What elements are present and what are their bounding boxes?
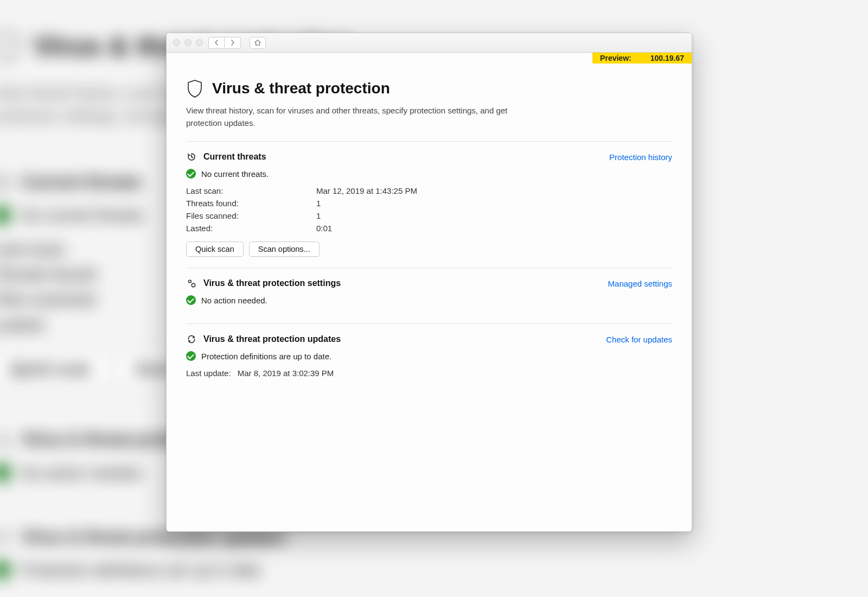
window-titlebar [167, 33, 692, 53]
section-current-threats: Current threats Protection history No cu… [186, 142, 672, 268]
gear-icon [186, 278, 197, 289]
protection-history-link[interactable]: Protection history [609, 153, 672, 162]
preview-badge: Preview: 100.19.67 [592, 53, 692, 63]
preview-label: Preview: [600, 54, 631, 62]
svg-point-1 [2, 440, 8, 446]
check-circle-icon [186, 295, 196, 305]
check-circle-icon [0, 206, 11, 224]
files-scanned-value: 1 [316, 211, 672, 220]
window-body: Virus & threat protection View threat hi… [167, 63, 692, 531]
lasted-label: Lasted: [186, 224, 316, 233]
refresh-icon [186, 334, 197, 345]
settings-status: No action needed. [201, 296, 267, 305]
check-circle-icon [186, 351, 196, 361]
gear-icon [0, 431, 11, 449]
refresh-icon [0, 528, 11, 547]
history-icon [186, 151, 197, 162]
bg-quick-scan-button: Quick scan [0, 353, 108, 384]
bg-updates-status: Protection definitions are up to date. [21, 561, 264, 579]
bg-threats-status: No current threats. [21, 206, 147, 224]
files-scanned-label: Files scanned: [186, 211, 316, 220]
bg-settings-status: No action needed. [21, 464, 144, 481]
history-icon [0, 173, 11, 192]
nav-back-forward [208, 37, 241, 49]
preview-version: 100.19.67 [650, 54, 684, 62]
bg-threats-heading: Current threats [21, 173, 142, 192]
home-icon [254, 39, 261, 46]
threats-found-label: Threats found: [186, 199, 316, 208]
check-for-updates-link[interactable]: Check for updates [606, 335, 672, 344]
check-circle-icon [0, 463, 11, 482]
page-title: Virus & threat protection [212, 80, 390, 97]
updates-heading: Virus & threat protection updates [203, 334, 341, 344]
threats-found-value: 1 [316, 199, 672, 208]
lasted-value: 0:01 [316, 224, 672, 233]
last-update-label: Last update: [186, 369, 231, 378]
scan-options-button[interactable]: Scan options... [249, 242, 320, 257]
check-circle-icon [0, 561, 11, 579]
chevron-left-icon [214, 40, 219, 46]
zoom-window-button[interactable] [196, 39, 203, 46]
chevron-right-icon [230, 40, 235, 46]
back-button[interactable] [208, 37, 225, 49]
minimize-window-button[interactable] [184, 39, 192, 46]
page-description: View threat history, scan for viruses an… [186, 105, 533, 129]
check-circle-icon [186, 169, 196, 179]
managed-settings-link[interactable]: Managed settings [608, 279, 672, 288]
home-button[interactable] [250, 37, 266, 49]
updates-status: Protection definitions are up to date. [201, 352, 331, 361]
last-scan-value: Mar 12, 2019 at 1:43:25 PM [316, 186, 672, 195]
svg-point-3 [192, 283, 195, 287]
shield-icon [0, 30, 21, 62]
forward-button[interactable] [225, 37, 241, 49]
current-threats-status: No current threats. [201, 169, 269, 179]
last-update-value: Mar 8, 2019 at 3:02:39 PM [238, 369, 334, 378]
close-window-button[interactable] [173, 39, 180, 46]
svg-point-0 [0, 435, 2, 439]
section-settings: Virus & threat protection settings Manag… [186, 268, 672, 323]
svg-point-2 [189, 280, 192, 283]
quick-scan-button[interactable]: Quick scan [186, 242, 244, 257]
section-updates: Virus & threat protection updates Check … [186, 324, 672, 389]
app-window: Preview: 100.19.67 Virus & threat protec… [166, 33, 692, 532]
settings-heading: Virus & threat protection settings [203, 278, 341, 288]
shield-icon [186, 79, 203, 98]
current-threats-heading: Current threats [203, 152, 266, 162]
traffic-lights [173, 39, 203, 46]
last-scan-label: Last scan: [186, 186, 316, 195]
